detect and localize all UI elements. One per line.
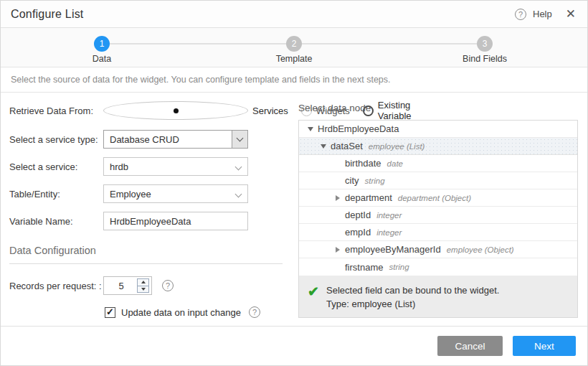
tree-node-city[interactable]: city string [299,172,577,189]
tree-node-deptid[interactable]: deptId integer [299,207,577,224]
tree-node-type: integer [376,228,402,237]
records-per-request-stepper[interactable]: 5 [103,276,152,295]
tree-node-type: department (Object) [398,194,471,202]
tree-node-firstname[interactable]: firstname string [299,258,577,276]
cancel-button[interactable]: Cancel [437,336,503,356]
data-source-form: Retrieve Data From: Services Widgets Exi… [9,93,283,341]
tree-node-label: empId [345,227,371,238]
selection-info-text: Selected field can be bound to the widge… [326,285,499,296]
step-label: Data [73,54,131,64]
tree-node-label: city [345,175,359,186]
step-label: Template [265,54,323,64]
service-select[interactable]: hrdb [103,157,248,176]
chevron-down-icon[interactable] [303,127,318,131]
step-bind-fields[interactable]: 3 Bind Fields [456,36,513,64]
service-type-select[interactable]: Database CRUD [103,130,248,149]
variable-name-input[interactable] [103,212,248,230]
chevron-down-icon [235,164,242,171]
tree-node-type: string [389,263,409,271]
tree-node-label: firstname [345,262,383,273]
green-check-icon [308,283,326,309]
service-label: Select a service: [9,161,103,172]
selection-type-text: Type: employee (List) [326,299,499,309]
chevron-right-icon[interactable] [331,195,345,201]
configure-list-dialog: Configure List Help 1 Data 2 Template 3 … [0,0,588,366]
tree-node-department[interactable]: department department (Object) [299,189,577,207]
tree-node-birthdate[interactable]: birthdate date [299,155,577,172]
section-divider [9,263,283,264]
service-type-label: Select a service type: [9,134,103,145]
step-label: Bind Fields [456,54,513,64]
spinner-buttons[interactable] [137,278,149,293]
select-data-node-panel: Select data node HrdbEmployeeData dataSe… [298,93,578,318]
update-data-help-icon[interactable] [249,306,260,318]
data-configuration-heading: Data Configuration [9,245,283,256]
step-circle: 2 [286,36,302,52]
chevron-down-icon[interactable] [232,131,247,148]
step-template[interactable]: 2 Template [265,36,323,64]
radio-selected-icon[interactable] [103,101,248,120]
service-value: hrdb [110,161,128,172]
tree-node-label: birthdate [345,158,381,169]
tree-node-empid[interactable]: empId integer [299,224,577,241]
tree-node-label: dataSet [331,141,363,151]
spin-up-icon[interactable] [138,279,148,286]
tree-node-type: date [387,159,403,168]
data-node-tree: HrdbEmployeeData dataSet employee (List)… [298,120,578,318]
tree-node-hrdbemployeedata[interactable]: HrdbEmployeeData [299,121,577,138]
table-entity-value: Employee [110,189,151,200]
chevron-down-icon[interactable] [316,144,331,149]
page-title: Configure List [11,8,84,21]
retrieve-data-label: Retrieve Data From: [9,105,103,116]
close-icon[interactable] [566,8,576,20]
tree-node-type: integer [376,211,402,220]
tree-node-type: employee (Object) [447,245,514,254]
tree-node-label: deptId [345,210,371,220]
radio-services[interactable]: Services [103,101,288,120]
table-entity-select[interactable]: Employee [103,184,248,203]
help-link[interactable]: Help [533,9,552,19]
tree-node-dataset[interactable]: dataSet employee (List) [299,138,577,155]
records-per-request-label: Records per request: : [9,281,103,291]
tree-node-label: employeeByManagerId [345,244,441,255]
step-description: Select the source of data for the widget… [1,67,587,93]
tree-node-label: HrdbEmployeeData [318,123,399,134]
dialog-footer: Cancel Next [1,326,587,365]
checkbox-checked-icon[interactable] [105,307,115,318]
tree-node-employeebymanagerid[interactable]: employeeByManagerId employee (Object) [299,241,577,258]
update-data-checkbox-row: Update data on input change [105,306,283,318]
dialog-content: Retrieve Data From: Services Widgets Exi… [1,93,587,327]
records-help-icon[interactable] [162,280,174,291]
spin-down-icon[interactable] [138,286,148,293]
tree-node-type: employee (List) [369,142,425,151]
tree-panel-title: Select data node [298,103,578,113]
tree-node-type: string [365,177,385,185]
step-circle: 3 [477,36,493,52]
next-button[interactable]: Next [513,336,576,356]
dialog-header: Configure List Help [1,1,587,28]
step-data[interactable]: 1 Data [73,36,131,64]
radio-label: Services [252,105,288,116]
tree-node-label: department [345,192,392,203]
chevron-right-icon[interactable] [331,247,345,253]
checkbox-label: Update data on input change [121,307,241,318]
step-circle: 1 [94,36,110,52]
selection-info-box: Selected field can be bound to the widge… [299,276,577,317]
chevron-down-icon [235,191,242,198]
service-type-value: Database CRUD [110,134,179,145]
wizard-stepper: 1 Data 2 Template 3 Bind Fields [1,28,587,67]
help-icon[interactable] [515,9,526,20]
variable-name-label: Variable Name: [9,216,103,227]
table-entity-label: Table/Entity: [9,189,103,200]
